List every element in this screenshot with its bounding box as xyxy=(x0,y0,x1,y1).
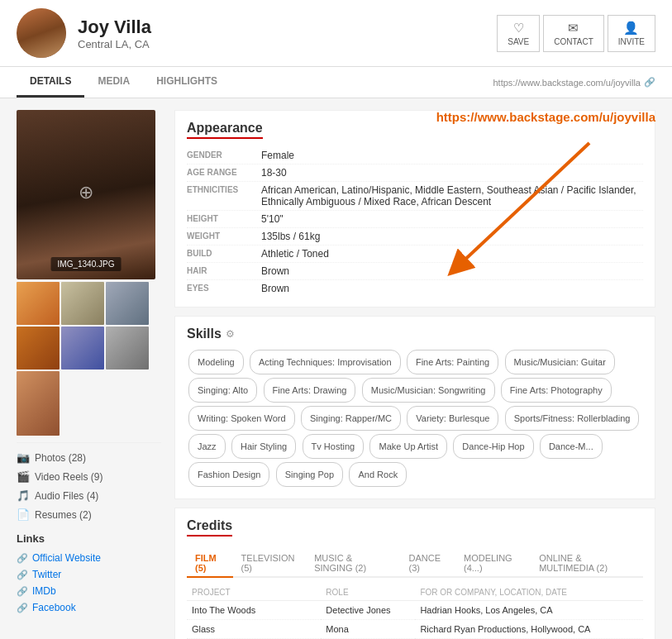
profile-url: https://www.backstage.com/u/joyvilla 🔗 xyxy=(493,77,655,88)
credits-table: PROJECT ROLE FOR OR COMPANY, LOCATION, D… xyxy=(187,584,643,639)
links-heading: Links xyxy=(17,532,161,545)
skill-tag[interactable]: Modeling xyxy=(188,350,244,374)
skill-tag[interactable]: Singing: Alto xyxy=(188,378,257,403)
link-icon: 🔗 xyxy=(17,586,28,597)
photo-thumb[interactable] xyxy=(61,282,104,325)
appearance-row: EYES Brown xyxy=(187,280,643,297)
photo-thumb[interactable] xyxy=(17,327,60,370)
appearance-row: WEIGHT 135lbs / 61kg xyxy=(187,228,643,246)
photo-thumb[interactable] xyxy=(17,282,60,325)
resumes-link[interactable]: 📄 Resumes (2) xyxy=(17,505,161,524)
credits-tabs: FILM (5) TELEVISION (5) MUSIC & SINGING … xyxy=(187,550,643,578)
skill-tag[interactable]: Tv Hosting xyxy=(303,434,365,459)
audio-icon: 🎵 xyxy=(17,489,30,502)
appearance-row: AGE RANGE 18-30 xyxy=(187,165,643,182)
skill-tag[interactable]: Jazz xyxy=(188,434,226,459)
credit-tab-modeling[interactable]: MODELING (4...) xyxy=(455,550,531,578)
main-photo[interactable]: ⊕ IMG_1340.JPG xyxy=(17,110,155,279)
appearance-row: GENDER Female xyxy=(187,147,643,165)
skill-tag[interactable]: Dance-M... xyxy=(540,434,603,459)
table-row[interactable]: Into The Woods Detective Jones Hadrian H… xyxy=(187,601,643,620)
tab-details[interactable]: DETAILS xyxy=(17,67,84,98)
skill-tag[interactable]: Fashion Design xyxy=(188,462,269,487)
credit-tab-music[interactable]: MUSIC & SINGING (2) xyxy=(306,550,400,578)
link-imdb[interactable]: 🔗 IMDb xyxy=(17,583,161,599)
appearance-row: BUILD Athletic / Toned xyxy=(187,246,643,263)
save-button[interactable]: ♡ SAVE xyxy=(497,15,540,52)
skills-tags: Modeling Acting Techniques: Improvisatio… xyxy=(187,348,643,489)
credit-tab-dance[interactable]: DANCE (3) xyxy=(401,550,455,578)
profile-location: Central LA, CA xyxy=(78,38,151,50)
avatar xyxy=(17,8,66,58)
link-icon: 🔗 xyxy=(17,570,28,580)
skills-title: Skills xyxy=(187,327,222,341)
skill-tag[interactable]: Dance-Hip Hop xyxy=(453,434,533,459)
skill-tag[interactable]: Variety: Burlesque xyxy=(407,406,498,431)
invite-button[interactable]: 👤 INVITE xyxy=(608,15,655,52)
credits-section: Credits FILM (5) TELEVISION (5) MUSIC & … xyxy=(174,508,655,639)
skill-tag[interactable]: Singing: Rapper/MC xyxy=(301,406,401,431)
photo-thumb[interactable] xyxy=(106,327,149,370)
camera-icon: 📷 xyxy=(17,451,30,464)
link-twitter[interactable]: 🔗 Twitter xyxy=(17,566,161,583)
appearance-row: HEIGHT 5'10" xyxy=(187,211,643,228)
skill-tag[interactable]: Make Up Artist xyxy=(369,434,447,459)
appearance-title: Appearance xyxy=(187,121,263,139)
link-official[interactable]: 🔗 Official Website xyxy=(17,550,161,566)
photo-thumb[interactable] xyxy=(61,327,104,370)
video-icon: 🎬 xyxy=(17,470,30,483)
photos-link[interactable]: 📷 Photos (28) xyxy=(17,448,161,467)
credit-tab-tv[interactable]: TELEVISION (5) xyxy=(233,550,307,578)
audio-link[interactable]: 🎵 Audio Files (4) xyxy=(17,486,161,505)
skill-tag[interactable]: Music/Musician: Songwriting xyxy=(362,378,495,403)
skill-tag[interactable]: Fine Arts: Photography xyxy=(501,378,612,403)
video-link[interactable]: 🎬 Video Reels (9) xyxy=(17,467,161,486)
appearance-section: Appearance GENDER Female AGE RANGE 18-30… xyxy=(174,110,655,308)
mail-icon: ✉ xyxy=(568,21,579,36)
person-icon: 👤 xyxy=(623,21,639,36)
skill-tag[interactable]: And Rock xyxy=(349,462,407,487)
photo-thumb[interactable] xyxy=(17,371,60,436)
skills-section: Skills ⚙ Modeling Acting Techniques: Imp… xyxy=(174,316,655,499)
profile-name: Joy Villa xyxy=(78,17,151,38)
table-row[interactable]: Glass Mona Richard Ryan Productions, Hol… xyxy=(187,620,643,639)
link-facebook[interactable]: 🔗 Facebook xyxy=(17,599,161,616)
link-icon: 🔗 xyxy=(17,603,28,613)
skill-tag[interactable]: Music/Musician: Guitar xyxy=(505,350,615,374)
settings-icon[interactable]: ⚙ xyxy=(226,328,235,340)
resume-icon: 📄 xyxy=(17,508,30,521)
skill-tag[interactable]: Writing: Spoken Word xyxy=(188,406,295,431)
heart-icon: ♡ xyxy=(513,21,524,36)
credit-tab-film[interactable]: FILM (5) xyxy=(187,550,233,578)
photo-thumb[interactable] xyxy=(106,282,149,325)
skill-tag[interactable]: Sports/Fitness: Rollerblading xyxy=(505,406,640,431)
appearance-row: HAIR Brown xyxy=(187,263,643,280)
tab-media[interactable]: MEDIA xyxy=(84,67,143,98)
contact-button[interactable]: ✉ CONTACT xyxy=(543,15,604,52)
skill-tag[interactable]: Singing Pop xyxy=(276,462,343,487)
skill-tag[interactable]: Fine Arts: Drawing xyxy=(264,378,356,403)
appearance-row: ETHNICITIES African American, Latino/His… xyxy=(187,182,643,211)
skill-tag[interactable]: Fine Arts: Painting xyxy=(407,350,498,374)
tab-highlights[interactable]: HIGHLIGHTS xyxy=(143,67,231,98)
credits-title: Credits xyxy=(187,518,232,536)
zoom-icon: ⊕ xyxy=(79,182,93,203)
credit-tab-online[interactable]: ONLINE & MULTIMEDIA (2) xyxy=(531,550,643,578)
link-icon: 🔗 xyxy=(644,77,655,88)
skill-tag[interactable]: Hair Styling xyxy=(231,434,296,459)
link-icon: 🔗 xyxy=(17,553,28,564)
skill-tag[interactable]: Acting Techniques: Improvisation xyxy=(250,350,401,374)
photo-filename: IMG_1340.JPG xyxy=(51,257,122,271)
